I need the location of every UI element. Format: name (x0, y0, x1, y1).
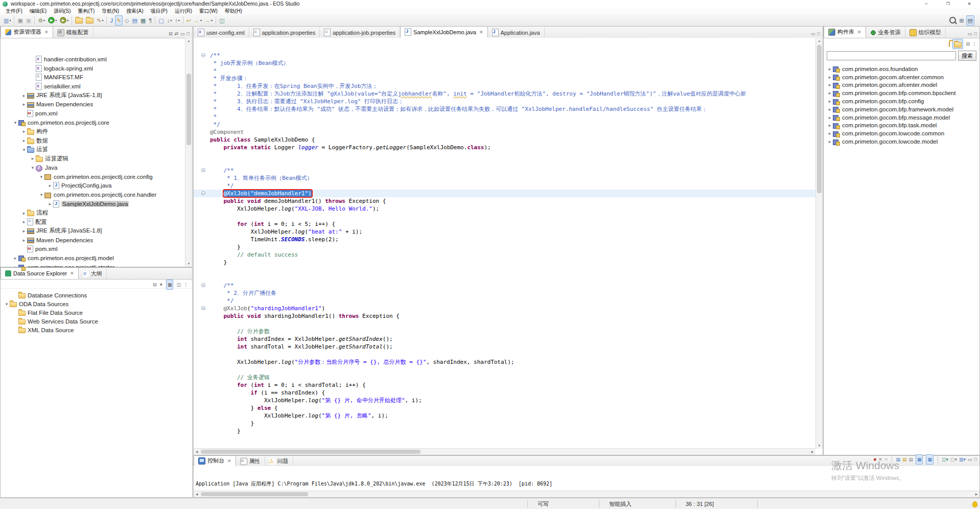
scroll-thumb[interactable] (201, 450, 421, 454)
scroll-left-icon[interactable]: ◀ (194, 491, 200, 497)
tree-item[interactable]: ▸com.primeton.gocom.lowcode.model (824, 137, 979, 146)
run-button[interactable]: ▶▾ (47, 16, 58, 25)
tab-application-properties[interactable]: application.properties (249, 27, 320, 38)
menu-t-item[interactable]: 重构(T) (74, 8, 98, 14)
chevron-expanded-icon[interactable]: ▾ (38, 192, 44, 197)
tree-item[interactable]: ▸com.primeton.gocom.lowcode.common (824, 129, 979, 137)
display-selected-button[interactable]: ▢▾ (950, 457, 957, 462)
maximize-editor-button[interactable]: □ (818, 31, 820, 36)
tab-控制台[interactable]: 控制台✕ (194, 455, 236, 466)
next-annotation-button[interactable]: ↓▾ (166, 16, 173, 25)
remove-launch-button[interactable]: ✕ (878, 457, 882, 462)
fold-marker-icon[interactable]: − (201, 283, 205, 287)
show-on-output-toggle[interactable]: ▦ (926, 454, 934, 465)
tab-业务资源[interactable]: 业务资源 (866, 27, 905, 38)
close-tab-icon[interactable]: ✕ (44, 30, 49, 35)
close-button[interactable]: ✕ (959, 0, 980, 8)
chevron-collapsed-icon[interactable]: ▸ (21, 93, 27, 98)
fold-marker-icon[interactable]: − (201, 53, 205, 57)
tab-SampleXxlJobDemo-java[interactable]: SampleXxlJobDemo.java✕ (400, 26, 487, 38)
menu-n-item[interactable]: 导航(N) (98, 8, 123, 14)
tree-item[interactable]: ▸com.primeton.gocom.bfp.common.bpsclient (824, 89, 979, 97)
tree-item[interactable]: ▾Java (1, 163, 192, 172)
fold-marker-icon[interactable]: − (201, 168, 205, 172)
chevron-collapsed-icon[interactable]: ▸ (21, 228, 27, 234)
tree-item[interactable]: serialkiller.xml (1, 82, 192, 91)
new-wizard-button[interactable]: ▥▾ (3, 16, 12, 25)
tree-item[interactable]: MANIFEST.MF (1, 73, 192, 82)
scroll-down-icon[interactable]: ▼ (185, 261, 192, 267)
tree-item[interactable]: ▸构件 (1, 127, 192, 136)
folder-view-toggle[interactable] (952, 39, 963, 49)
tree-item[interactable]: ▾com.primeton.eos.projectlj.core (1, 118, 192, 127)
word-wrap-button[interactable]: ▤ (908, 457, 913, 462)
component-search-input[interactable] (827, 51, 956, 60)
chevron-collapsed-icon[interactable]: ▸ (827, 75, 833, 80)
minimize-panel-button[interactable]: ▭ (968, 31, 972, 36)
chevron-expanded-icon[interactable]: ▾ (4, 302, 10, 307)
minimize-editor-button[interactable]: ▭ (811, 31, 815, 36)
open-perspective-button[interactable]: ⊞ (958, 16, 965, 25)
console-output[interactable]: Application [Java 应用程序] C:\Program Files… (194, 466, 979, 491)
minimize-panel-button[interactable]: ▭ (968, 457, 972, 462)
collapse-all-button[interactable]: ⊟ (169, 31, 173, 36)
menu-e-item[interactable]: 编辑(E) (26, 8, 50, 14)
chevron-collapsed-icon[interactable]: ▸ (21, 219, 27, 224)
chevron-expanded-icon[interactable]: ▾ (30, 165, 36, 170)
chevron-collapsed-icon[interactable]: ▸ (827, 107, 833, 112)
collapse-all-button[interactable]: ⊟ (966, 41, 970, 47)
chevron-collapsed-icon[interactable]: ▸ (827, 115, 833, 120)
explorer-vscrollbar[interactable]: ▲ ▼ (185, 38, 192, 267)
chevron-collapsed-icon[interactable]: ▸ (21, 238, 27, 243)
new-class-button[interactable]: ▤ (131, 16, 138, 25)
close-tab-icon[interactable]: ✕ (857, 30, 861, 35)
tree-item[interactable]: ▸JRE 系统库 [JavaSE-1.8] (1, 226, 192, 236)
tab-属性[interactable]: 属性 (236, 456, 265, 466)
tree-item[interactable]: logback-spring.xml (1, 64, 192, 73)
chevron-collapsed-icon[interactable]: ▸ (827, 139, 833, 144)
scroll-thumb[interactable] (201, 492, 308, 496)
menu-a-item[interactable]: 搜索(A) (123, 8, 147, 14)
menu-h-item[interactable]: 帮助(H) (221, 8, 246, 14)
tree-item[interactable]: ▸配置 (1, 217, 192, 226)
chevron-collapsed-icon[interactable]: ▸ (827, 131, 833, 136)
show-view-button[interactable]: ▦ (139, 16, 147, 25)
terminate-button[interactable]: ■ (874, 457, 876, 462)
tree-item[interactable]: ▾com.primeton.eos.projectlj.core.handler (1, 190, 192, 199)
new-java-project-button[interactable]: J (109, 16, 114, 25)
menu-r-item[interactable]: 运行(R) (171, 8, 196, 14)
tree-item[interactable]: ▸Maven Dependencies (1, 236, 192, 245)
show-whitespace-toggle[interactable]: ¶ (148, 16, 153, 25)
menu-p-item[interactable]: 项目(P) (147, 8, 171, 14)
link-with-editor-button[interactable]: ⇄ (175, 31, 179, 36)
view-menu-button[interactable]: ⋮ (972, 41, 976, 47)
remove-all-launches-button[interactable]: ✕ (884, 457, 889, 462)
view-menu-button[interactable]: ⋮ (183, 282, 188, 287)
toolbar-separator[interactable] (892, 455, 892, 464)
pin-console-toggle[interactable]: ▦ (916, 454, 923, 465)
maximize-button[interactable]: ❐ (937, 0, 959, 8)
tab-模板配置[interactable]: 模板配置 (53, 27, 94, 38)
java-perspective-button[interactable]: ▤ (966, 15, 974, 26)
tree-item[interactable]: Database Connections (1, 291, 192, 299)
annotate-button[interactable]: ✎▾ (96, 16, 104, 25)
fold-marker-icon[interactable]: − (201, 306, 205, 310)
forward-button[interactable]: →▾ (204, 16, 214, 25)
chevron-collapsed-icon[interactable]: ▸ (21, 211, 27, 216)
profile-button[interactable]: ◫ (176, 282, 181, 287)
console-hscrollbar[interactable]: ◀ ▶ (194, 491, 979, 497)
editor-vscrollbar[interactable]: ▲ ▼ (815, 38, 823, 449)
chevron-expanded-icon[interactable]: ▾ (38, 174, 44, 179)
tree-item[interactable]: ▸com.primeton.gocom.afcenter.common (824, 73, 979, 81)
pin-editor-button[interactable]: ◫ (218, 16, 225, 25)
chevron-collapsed-icon[interactable]: ▸ (30, 156, 36, 161)
tree-item[interactable]: ▸ProjectljConfig.java (1, 181, 192, 191)
search-button[interactable] (948, 16, 957, 25)
open-console-button[interactable]: ◫▾ (942, 457, 948, 462)
close-tab-icon[interactable]: ✕ (227, 458, 231, 464)
close-tab-icon[interactable]: ✕ (479, 30, 483, 35)
tree-item[interactable]: pom.xml (1, 109, 192, 118)
tab-构件库[interactable]: 构件库✕ (824, 26, 866, 38)
scroll-thumb[interactable] (817, 45, 822, 193)
status-notification-icon[interactable] (972, 501, 977, 507)
